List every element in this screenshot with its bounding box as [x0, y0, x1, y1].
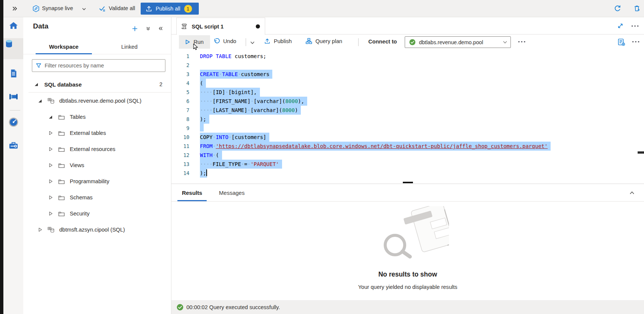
line-number[interactable]: 13 [171, 160, 189, 169]
line-number[interactable]: 4 [171, 79, 189, 88]
expander-icon[interactable] [38, 227, 43, 232]
collapse-results-chevron-icon[interactable] [629, 190, 635, 196]
line-number[interactable]: 3 [171, 70, 189, 79]
tab-workspace[interactable]: Workspace [36, 40, 92, 54]
tree-item-label: External resources [70, 146, 116, 152]
tree-item[interactable]: External tables [23, 125, 171, 141]
nav-integrate[interactable] [3, 86, 23, 107]
nav-data[interactable] [3, 38, 23, 59]
expander-icon[interactable] [38, 98, 43, 103]
chevron-down-icon[interactable] [82, 7, 86, 11]
tree-item[interactable]: dbtmsft.azsyn.cipool (SQL) [23, 221, 171, 238]
nav-develop[interactable] [3, 63, 23, 84]
publish-button[interactable]: Publish [264, 38, 292, 44]
expander-icon[interactable] [34, 82, 39, 87]
line-number[interactable]: 1 [171, 52, 189, 61]
tree-item[interactable]: Schemas [23, 189, 171, 205]
nav-manage[interactable] [3, 135, 23, 156]
tab-sql-script-1[interactable]: SQL script 1 [176, 18, 265, 35]
line-number[interactable]: 11 [171, 142, 189, 151]
tree-item[interactable]: Tables [23, 109, 171, 125]
line-number[interactable]: 10 [171, 133, 189, 142]
validate-all-button[interactable]: Validate all [109, 5, 135, 11]
collapse-panel-icon[interactable] [158, 26, 163, 31]
line-number[interactable]: 7 [171, 106, 189, 115]
tree-item[interactable]: dbtlabs.revenue.demo.pool (SQL) [23, 93, 171, 109]
splitter-handle[interactable] [403, 182, 413, 183]
toolbox-icon [8, 140, 19, 151]
code-line-content[interactable]: ); [200, 115, 209, 124]
line-number[interactable]: 9 [171, 124, 189, 133]
filter-box [32, 59, 165, 72]
line-number[interactable]: 14 [171, 169, 189, 178]
upload-icon [146, 5, 152, 12]
tree-item[interactable]: Programmability [23, 173, 171, 189]
code-line-content[interactable]: COPY·INTO·[customers] [200, 133, 269, 142]
code-line: 11FROM·'https://dbtlabsynapsedatalake.bl… [171, 142, 644, 151]
expander-icon[interactable] [48, 211, 53, 216]
code-line-content[interactable]: ····[FIRST_NAME]·[varchar](8000), [200, 97, 307, 106]
window-edge [0, 0, 3, 314]
collapse-all-icon[interactable] [146, 26, 151, 31]
expander-icon[interactable] [48, 147, 53, 152]
code-line-content[interactable]: ( [200, 79, 206, 88]
expander-icon[interactable] [48, 114, 53, 120]
query-plan-button[interactable]: Query plan [306, 38, 342, 44]
navigation-rail [3, 17, 23, 314]
expander-icon[interactable] [48, 163, 53, 168]
tree-item[interactable]: Views [23, 157, 171, 173]
expander-icon[interactable] [48, 195, 53, 200]
add-resource-icon[interactable] [132, 25, 138, 32]
code-line-content[interactable]: DROP TABLE customers; [200, 52, 266, 61]
empty-state-title: No results to show [171, 271, 644, 278]
unsaved-dot-icon [256, 24, 260, 28]
toolbar-overflow-icon[interactable] [632, 41, 639, 43]
validate-check-icon [99, 5, 106, 12]
connection-dropdown[interactable]: dbtlabs.revenue.demo.pool [405, 36, 511, 48]
nav-monitor[interactable] [3, 112, 23, 133]
code-line-content[interactable]: WITH·( [200, 151, 222, 160]
code-line-content[interactable]: ); [200, 169, 207, 178]
tree-item[interactable]: External resources [23, 141, 171, 157]
code-line-content[interactable]: ····[ID]·[bigint], [200, 88, 260, 97]
line-number[interactable]: 6 [171, 97, 189, 106]
publish-count-badge: 1 [184, 5, 192, 13]
line-number[interactable]: 8 [171, 115, 189, 124]
line-number[interactable]: 12 [171, 151, 189, 160]
code-editor[interactable]: 1DROP TABLE customers;23CREATE·TABLE·cus… [171, 49, 644, 184]
success-check-icon [177, 304, 183, 311]
nav-home[interactable] [3, 15, 23, 36]
run-options-chevron-icon[interactable] [250, 40, 255, 45]
code-line-content[interactable]: ····FILE_TYPE·=·'PARQUET' [200, 160, 282, 169]
scrollbar-thumb[interactable] [638, 151, 644, 154]
undo-button[interactable]: Undo [213, 38, 236, 44]
code-line-content[interactable]: ····[LAST_NAME]·[varchar](8000) [200, 106, 301, 115]
tab-more-icon[interactable] [631, 25, 639, 27]
refresh-icon[interactable] [614, 4, 621, 12]
line-number[interactable]: 5 [171, 88, 189, 97]
expander-icon[interactable] [48, 179, 53, 184]
filter-funnel-icon [36, 63, 42, 69]
results-settings-icon[interactable] [617, 38, 626, 46]
filter-input[interactable] [45, 63, 165, 69]
environment-selector[interactable]: Synapse live [42, 5, 73, 11]
run-button[interactable]: Run [179, 35, 210, 49]
toolbar-more-icon[interactable] [518, 41, 525, 43]
code-line-content[interactable]: CREATE·TABLE·customers [200, 70, 272, 79]
publish-all-button[interactable]: Publish all 1 [141, 3, 199, 15]
tree-section-sql-database[interactable]: SQL database 2 [23, 76, 171, 92]
double-chevron-right-icon[interactable] [12, 6, 18, 12]
expander-icon[interactable] [48, 130, 53, 136]
tab-linked[interactable]: Linked [103, 40, 156, 54]
expand-editor-icon[interactable] [617, 22, 624, 29]
tab-results[interactable]: Results [177, 184, 207, 201]
tree-item-label: Views [70, 162, 84, 168]
trash-icon[interactable] [633, 4, 641, 12]
tab-messages[interactable]: Messages [214, 184, 250, 201]
tree-item[interactable]: Security [23, 205, 171, 221]
code-line-content[interactable] [200, 124, 204, 133]
selection-highlight: ····[FIRST_NAME]·[varchar](8000), [200, 97, 307, 106]
results-panel: No results to show Your query yielded no… [171, 202, 644, 300]
code-line-content[interactable]: FROM·'https://dbtlabsynapsedatalake.blob… [200, 142, 551, 151]
line-number[interactable]: 2 [171, 61, 189, 70]
